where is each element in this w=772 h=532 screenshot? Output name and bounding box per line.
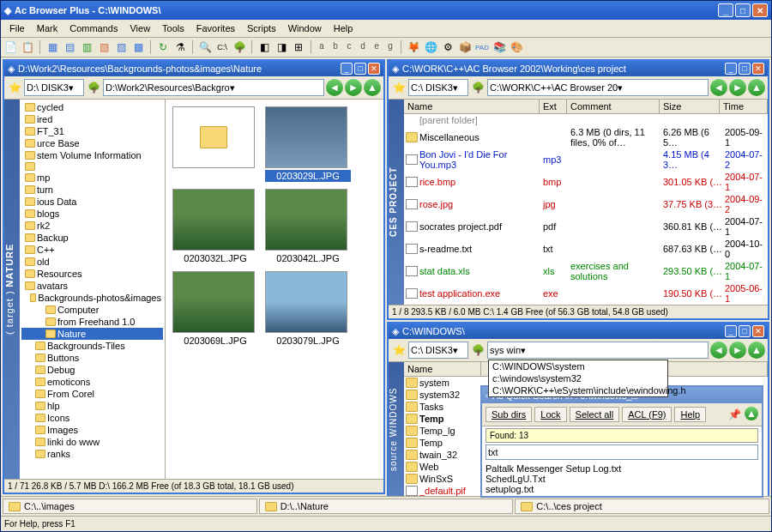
menu-favorites[interactable]: Favorites (191, 21, 240, 35)
tree-item[interactable]: avatars (21, 280, 163, 292)
tree-item[interactable]: FT_31 (21, 125, 163, 137)
file-row[interactable]: rice.bmpbmp301.05 KB (…2004-07-1 (404, 171, 768, 193)
thumbnail[interactable]: 0203069L.JPG (172, 271, 258, 347)
drive-combo[interactable]: C:\ DISK3▾ (408, 342, 468, 359)
tree-item[interactable]: turn (21, 184, 163, 196)
col-name[interactable]: Name (404, 362, 481, 376)
tool-filter[interactable]: ⚗ (172, 39, 188, 55)
panel-max[interactable]: □ (354, 63, 366, 75)
left-side-tab[interactable]: ( target ) NATURE (4, 100, 20, 479)
thumbnail[interactable]: 0203042L.JPG (265, 189, 351, 264)
dropdown-item[interactable]: C:\WINDOWS\system (489, 360, 667, 372)
tree-item[interactable]: rk2 (21, 220, 163, 232)
file-row[interactable]: [parent folder] (404, 114, 768, 126)
file-row[interactable]: stat data.xlsxlsexercises and solutions2… (404, 260, 768, 282)
tree-item[interactable]: Buttons (21, 352, 163, 364)
thumbnail-view[interactable]: 0203029L.JPG0203032L.JPG0203042L.JPG0203… (166, 100, 383, 479)
qs-help[interactable]: Help (674, 407, 706, 422)
tree-item[interactable]: hlp (21, 400, 163, 412)
btab-2[interactable]: D:\..\Nature (259, 499, 514, 514)
path-combo[interactable]: sys win▾ (487, 342, 709, 359)
tree-item[interactable]: Computer (21, 304, 163, 316)
tree-item[interactable]: from Freehand 1.0 (21, 316, 163, 328)
nav-forward[interactable]: ► (729, 342, 746, 359)
tool-ext1[interactable]: 🦊 (406, 39, 421, 55)
tool-copy[interactable]: 📋 (20, 39, 35, 55)
file-row[interactable]: s-readme.txttxt687.63 KB (…2004-10-0 (404, 238, 768, 260)
letter-e[interactable]: e (371, 41, 383, 53)
tree-item[interactable]: From Corel (21, 388, 163, 400)
path-dropdown[interactable]: C:\WINDOWS\systemc:\windows\system32C:\W… (488, 360, 668, 397)
qs-search-input[interactable]: txt (486, 444, 758, 460)
tree-toggle[interactable]: 🌳 (470, 342, 486, 358)
file-row[interactable]: Miscellaneous6.3 MB (0 dirs, 11 files, 0… (404, 126, 768, 148)
qs-up[interactable]: ▲ (745, 407, 758, 420)
close-button[interactable]: ✕ (752, 3, 768, 17)
menu-file[interactable]: File (4, 21, 30, 35)
path-combo[interactable]: D:\Work2\Resources\Backgro▾ (103, 79, 324, 96)
col-size[interactable]: Size (660, 100, 720, 113)
fav-icon[interactable]: ⭐ (391, 80, 407, 95)
tree-item[interactable]: Backgrounds-photos&images (21, 292, 163, 304)
panel-close[interactable]: ✕ (368, 63, 380, 75)
tool-split2[interactable]: ◨ (274, 39, 289, 55)
file-header[interactable]: Name Ext Comment Size Time (404, 100, 768, 114)
tool-view3[interactable]: ▥ (79, 39, 94, 55)
file-list-rt[interactable]: [parent folder]Miscellaneous6.3 MB (0 di… (404, 114, 768, 305)
menu-tools[interactable]: Tools (157, 21, 190, 35)
tree-item[interactable]: Icons (21, 412, 163, 424)
tool-ext7[interactable]: 🎨 (509, 39, 524, 55)
drive-combo[interactable]: C:\ DISK3▾ (408, 79, 468, 96)
qs-results[interactable]: Paltalk Messenger Setup Log.txtSchedLgU.… (482, 462, 762, 496)
panel-min[interactable]: _ (341, 63, 353, 75)
nav-forward[interactable]: ► (729, 79, 746, 96)
tree-item[interactable]: Images (21, 424, 163, 436)
menu-help[interactable]: Help (329, 21, 359, 35)
tool-split1[interactable]: ◧ (256, 39, 272, 55)
thumbnail[interactable]: 0203032L.JPG (172, 189, 258, 264)
qs-acl[interactable]: ACL (F9) (622, 407, 672, 422)
tree-item[interactable]: Debug (21, 364, 163, 376)
thumbnail[interactable]: 0203079L.JPG (265, 271, 351, 347)
letter-g[interactable]: g (384, 41, 396, 53)
tree-item[interactable]: stem Volume Information (21, 149, 163, 161)
panel-min[interactable]: _ (725, 325, 737, 337)
search-result[interactable]: SchedLgU.Txt (486, 474, 758, 484)
qs-pin-icon[interactable]: 📌 (727, 407, 742, 422)
tool-view1[interactable]: ▦ (45, 39, 60, 55)
tool-ext5[interactable]: PAD (474, 39, 490, 55)
tool-ext2[interactable]: 🌐 (423, 39, 438, 55)
letter-d[interactable]: d (357, 41, 369, 53)
file-row[interactable]: socrates project.pdfpdf360.81 KB (…2004-… (404, 215, 768, 238)
tree-toggle[interactable]: 🌳 (86, 80, 101, 95)
rb-side-tab[interactable]: source WINDOWS (389, 362, 404, 496)
col-ext[interactable]: Ext (540, 100, 567, 113)
tree-item[interactable]: Resources (21, 268, 163, 280)
thumbnail[interactable] (172, 106, 258, 182)
menu-scripts[interactable]: Scripts (242, 21, 281, 35)
tree-item[interactable]: Nature (21, 328, 163, 340)
drive-combo[interactable]: D:\ DISK3▾ (24, 79, 84, 96)
tool-view2[interactable]: ▤ (62, 39, 77, 55)
tool-view5[interactable]: ▨ (113, 39, 129, 55)
col-comment[interactable]: Comment (567, 100, 660, 113)
tree-item[interactable]: mp (21, 172, 163, 184)
nav-back[interactable]: ◄ (326, 79, 343, 96)
btab-3[interactable]: C:\..\ces project (515, 499, 769, 514)
tree-item[interactable] (21, 161, 163, 172)
search-result[interactable]: Paltalk Messenger Setup Log.txt (486, 463, 758, 474)
tree-item[interactable]: Backup (21, 232, 163, 244)
tool-view6[interactable]: ▩ (130, 39, 146, 55)
qs-lock[interactable]: Lock (534, 407, 566, 422)
quick-search-window[interactable]: ▫ Ac Quick Search in : c:\windows _ □ ✕ … (480, 385, 763, 498)
nav-back[interactable]: ◄ (710, 342, 727, 359)
tree-item[interactable]: ious Data (21, 196, 163, 208)
panel-close[interactable]: ✕ (752, 325, 764, 337)
nav-up[interactable]: ▲ (748, 342, 765, 359)
tool-search[interactable]: 🔍 (197, 39, 213, 55)
tool-tree[interactable]: 🌳 (232, 39, 247, 55)
letter-a[interactable]: a (316, 41, 328, 53)
tree-item[interactable]: Backgrounds-Tiles (21, 340, 163, 352)
tool-ext3[interactable]: ⚙ (440, 39, 455, 55)
col-time[interactable]: Time (720, 100, 768, 113)
